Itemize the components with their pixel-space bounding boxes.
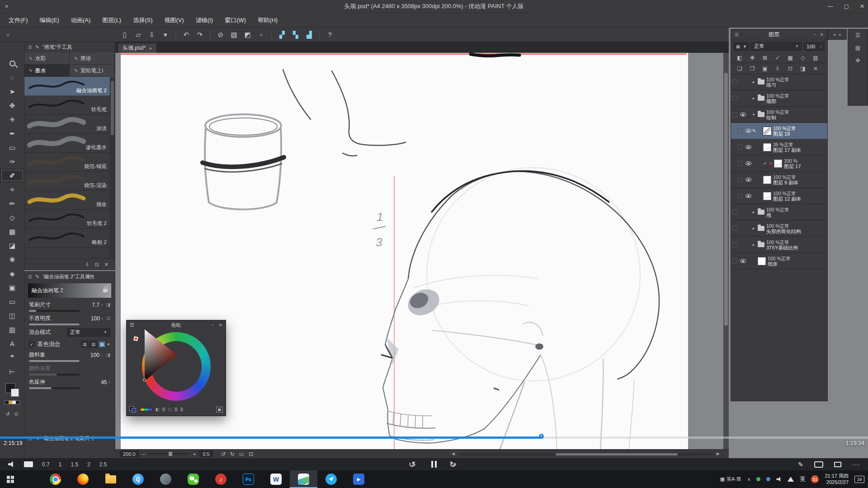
zoom-in-icon[interactable]: +: [193, 451, 196, 457]
tool-button[interactable]: ✳: [0, 113, 24, 127]
layer-row[interactable]: ✎ ▸ ✓ ✕ 100 %正常 练习: [731, 74, 827, 90]
paint-density-slider[interactable]: [29, 374, 80, 375]
chevron-down-icon[interactable]: ▼: [107, 343, 110, 347]
folder-expand-arrow[interactable]: ▾: [753, 113, 758, 117]
ime-grid-icon[interactable]: ▦: [720, 476, 725, 482]
toolbar-icon[interactable]: ▫: [255, 29, 268, 40]
tab-close-icon[interactable]: ●: [149, 46, 151, 51]
layer-checkbox[interactable]: [738, 161, 743, 166]
layer-name[interactable]: 头部的简化结构: [766, 229, 801, 234]
layer-row[interactable]: ✎ ✓ ✕ 100 %正常 纸张: [731, 253, 827, 269]
layer-checkbox[interactable]: [732, 226, 737, 231]
tool-button[interactable]: ➤: [0, 84, 24, 99]
layer-name[interactable]: 纸张: [768, 261, 791, 267]
paint-amount-value[interactable]: 100: [90, 352, 99, 358]
rotate-right-icon[interactable]: ↻: [230, 451, 235, 457]
canvas-vertical-scrollbar[interactable]: [723, 53, 729, 449]
toolbar-icon[interactable]: ▧: [227, 29, 241, 40]
tool-button[interactable]: ⊢: [0, 365, 24, 379]
brush-list-item[interactable]: 软毛笔 2: [24, 210, 115, 229]
layer-checkbox[interactable]: [738, 177, 743, 182]
color-mode-button[interactable]: ▣: [216, 407, 223, 413]
panel-minimize-icon[interactable]: −: [814, 32, 816, 37]
brush-list-item[interactable]: 融合油画笔 2: [24, 77, 115, 96]
taskbar-app[interactable]: [317, 470, 345, 488]
layer-thumbnail[interactable]: [758, 210, 764, 215]
taskbar-app[interactable]: [97, 470, 124, 488]
layer-thumbnail[interactable]: [758, 96, 764, 101]
quick-access-icon[interactable]: ↺: [5, 411, 9, 417]
layer-thumbnail[interactable]: [763, 176, 771, 184]
panel-menu-icon[interactable]: ☰: [130, 322, 134, 328]
layer-checkbox[interactable]: [732, 242, 737, 247]
brush-list-item[interactable]: 浓淡: [24, 115, 115, 134]
tool-button[interactable]: ▭: [0, 295, 24, 309]
annotate-pencil-icon[interactable]: ✎: [798, 461, 803, 468]
layer-checkbox[interactable]: [738, 128, 743, 133]
layer-visibility-eye-icon[interactable]: [740, 113, 746, 117]
layer-visibility-eye-icon[interactable]: [740, 259, 746, 263]
color-stretch-value[interactable]: 45: [101, 379, 107, 385]
menu-item[interactable]: 视图(V): [159, 13, 190, 28]
toolbar-icon[interactable]: ▱: [132, 29, 145, 40]
scroll-left-icon[interactable]: ◀: [452, 451, 455, 456]
rotate-left-icon[interactable]: ↺: [221, 451, 226, 457]
subtool-tab[interactable]: ✎墨水: [24, 65, 70, 76]
opacity-slider[interactable]: [29, 324, 80, 325]
layer-checkbox[interactable]: [732, 210, 737, 215]
layer-checkbox[interactable]: [732, 258, 737, 263]
layer-visibility-eye-icon[interactable]: [745, 129, 751, 133]
navigator-palette-icon[interactable]: ▤: [855, 45, 860, 51]
layer-thumbnail[interactable]: [758, 242, 764, 247]
panel-menu-icon[interactable]: ☰: [735, 32, 739, 37]
layer-row[interactable]: ✎ ✓ ✕ 100 % 图层 17: [731, 155, 827, 172]
base-color-mix-checkbox[interactable]: ✓: [29, 342, 34, 347]
tool-button[interactable]: ▦: [0, 225, 24, 239]
taskbar-app[interactable]: Q: [124, 470, 152, 488]
hue-strip[interactable]: [140, 408, 152, 411]
layer-name[interactable]: 图层 12 副本: [773, 196, 801, 202]
spinner-icon[interactable]: ↕: [101, 303, 103, 307]
brush-list-item[interactable]: 软毛笔: [24, 96, 115, 115]
menu-item[interactable]: 动画(A): [65, 13, 96, 28]
toolbar-icon[interactable]: ?: [323, 29, 337, 40]
dock-collapse-bar[interactable]: ««: [828, 29, 847, 40]
layer-thumbnail[interactable]: [758, 80, 764, 84]
toolbar-icon[interactable]: ▯: [118, 29, 132, 40]
tray-app-icon-green[interactable]: [756, 477, 760, 481]
layer-name[interactable]: 3T5Y基础比例: [766, 245, 798, 250]
layer-thumbnail[interactable]: [758, 112, 764, 117]
color-swatch-pair[interactable]: [129, 406, 137, 413]
subtool-tab[interactable]: ✎宽铅笔上i: [70, 65, 115, 76]
layers-toolbar-icon[interactable]: ◇: [797, 53, 809, 62]
subtool-scrollbar[interactable]: [110, 77, 115, 258]
duplicate-subtool-icon[interactable]: ⊡: [95, 262, 99, 267]
panel-menu-icon[interactable]: ☰: [28, 274, 32, 279]
notification-count[interactable]: 19: [854, 476, 864, 483]
brush-list-item[interactable]: 渗化墨水: [24, 134, 115, 153]
layer-name[interactable]: 颈部: [766, 99, 789, 104]
panel-close-icon[interactable]: ✕: [219, 323, 222, 328]
brush-list-item[interactable]: 烧箔-铺底: [24, 153, 115, 172]
color-stretch-slider[interactable]: [29, 387, 80, 389]
toolbar-icon[interactable]: [207, 29, 214, 40]
layer-thumbnail[interactable]: [774, 160, 782, 168]
tool-button[interactable]: ❞: [0, 351, 24, 365]
danmaku-toggle-icon[interactable]: [814, 461, 823, 468]
taskbar-app[interactable]: [152, 470, 179, 488]
blend-mode-select[interactable]: 正常▼: [67, 328, 110, 337]
playback-speed-option[interactable]: 1: [59, 461, 62, 468]
strip-zoom-icon[interactable]: ⊙: [14, 411, 19, 417]
navigate-icon[interactable]: ⊡: [249, 451, 253, 457]
mix-option-3[interactable]: ▨: [98, 341, 106, 348]
scroll-right-icon[interactable]: ▶: [717, 451, 720, 456]
layer-visibility-eye-icon[interactable]: [745, 178, 751, 182]
brush-size-value[interactable]: 7.7: [92, 302, 99, 308]
layer-thumbnail[interactable]: [758, 226, 764, 231]
layers-toolbar-icon[interactable]: ✥: [746, 53, 758, 62]
layers-action-icon[interactable]: ⊡: [784, 64, 796, 73]
menu-item[interactable]: 选择(S): [127, 13, 158, 28]
layer-blend-mode-select[interactable]: 正常▼: [751, 42, 802, 51]
tool-button[interactable]: ◫: [0, 309, 24, 323]
palette-color-combo[interactable]: ▦▼: [734, 42, 749, 51]
